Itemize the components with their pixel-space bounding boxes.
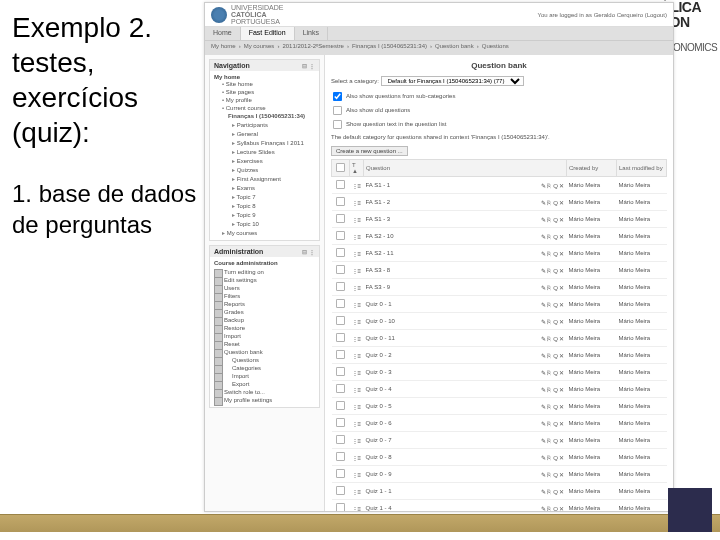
question-name[interactable]: FA S1 - 1 ✎ ⎘ Q ✕ xyxy=(364,177,567,194)
question-name[interactable]: FA S2 - 11 ✎ ⎘ Q ✕ xyxy=(364,245,567,262)
row-actions[interactable]: ✎ ⎘ Q ✕ xyxy=(541,199,565,206)
nav-section[interactable]: Topic 8 xyxy=(214,201,315,210)
tab-home[interactable]: Home xyxy=(205,27,241,40)
admin-item[interactable]: Users xyxy=(214,284,315,292)
row-checkbox[interactable] xyxy=(335,486,344,495)
login-status[interactable]: You are logged in as Geraldo Cerqueiro (… xyxy=(537,12,667,18)
row-checkbox[interactable] xyxy=(335,231,344,240)
row-actions[interactable]: ✎ ⎘ Q ✕ xyxy=(541,420,565,427)
row-actions[interactable]: ✎ ⎘ Q ✕ xyxy=(541,403,565,410)
crumb-item[interactable]: Finanças I (1504065231:34) xyxy=(352,43,427,53)
nav-section[interactable]: Participants xyxy=(214,120,315,129)
row-checkbox[interactable] xyxy=(335,503,344,511)
question-name[interactable]: Quiz 1 - 1 ✎ ⎘ Q ✕ xyxy=(364,483,567,500)
nav-item[interactable]: My profile xyxy=(214,96,315,104)
row-checkbox[interactable] xyxy=(335,180,344,189)
admin-item[interactable]: Restore xyxy=(214,324,315,332)
question-name[interactable]: Quiz 0 - 9 ✎ ⎘ Q ✕ xyxy=(364,466,567,483)
question-name[interactable]: FA S1 - 3 ✎ ⎘ Q ✕ xyxy=(364,211,567,228)
question-name[interactable]: Quiz 1 - 4 ✎ ⎘ Q ✕ xyxy=(364,500,567,512)
th-type[interactable]: T ▲ xyxy=(350,160,364,177)
chk-show-text[interactable] xyxy=(333,120,342,129)
nav-section[interactable]: General xyxy=(214,129,315,138)
crumb-item[interactable]: My home xyxy=(211,43,236,53)
row-actions[interactable]: ✎ ⎘ Q ✕ xyxy=(541,318,565,325)
nav-section[interactable]: Topic 7 xyxy=(214,192,315,201)
question-name[interactable]: Quiz 0 - 8 ✎ ⎘ Q ✕ xyxy=(364,449,567,466)
tab-fast-edition[interactable]: Fast Edition xyxy=(241,27,295,40)
category-select[interactable]: Default for Finanças I (1504065231:34) (… xyxy=(381,76,524,86)
row-actions[interactable]: ✎ ⎘ Q ✕ xyxy=(541,386,565,393)
admin-qbank-item[interactable]: Import xyxy=(214,372,315,380)
nav-section[interactable]: Lecture Slides xyxy=(214,147,315,156)
row-checkbox[interactable] xyxy=(335,367,344,376)
row-checkbox[interactable] xyxy=(335,350,344,359)
admin-item[interactable]: Backup xyxy=(214,316,315,324)
admin-extra[interactable]: Switch role to... xyxy=(214,388,315,396)
admin-item[interactable]: Import xyxy=(214,332,315,340)
row-checkbox[interactable] xyxy=(335,452,344,461)
row-actions[interactable]: ✎ ⎘ Q ✕ xyxy=(541,369,565,376)
row-checkbox[interactable] xyxy=(335,384,344,393)
th-modified[interactable]: Last modified by xyxy=(617,160,667,177)
admin-item[interactable]: Grades xyxy=(214,308,315,316)
crumb-item[interactable]: Questions xyxy=(482,43,509,53)
th-question[interactable]: Question xyxy=(364,160,567,177)
row-checkbox[interactable] xyxy=(335,282,344,291)
row-checkbox[interactable] xyxy=(335,197,344,206)
question-name[interactable]: Quiz 0 - 7 ✎ ⎘ Q ✕ xyxy=(364,432,567,449)
admin-qbank-item[interactable]: Questions xyxy=(214,356,315,364)
nav-section[interactable]: Topic 10 xyxy=(214,219,315,228)
question-name[interactable]: Quiz 0 - 5 ✎ ⎘ Q ✕ xyxy=(364,398,567,415)
row-actions[interactable]: ✎ ⎘ Q ✕ xyxy=(541,284,565,291)
nav-course[interactable]: Finanças I (1504065231:34) xyxy=(214,112,315,120)
question-name[interactable]: FA S1 - 2 ✎ ⎘ Q ✕ xyxy=(364,194,567,211)
row-actions[interactable]: ✎ ⎘ Q ✕ xyxy=(541,182,565,189)
row-checkbox[interactable] xyxy=(335,418,344,427)
row-actions[interactable]: ✎ ⎘ Q ✕ xyxy=(541,301,565,308)
row-checkbox[interactable] xyxy=(335,469,344,478)
tab-links[interactable]: Links xyxy=(295,27,328,40)
new-question-button[interactable]: Create a new question ... xyxy=(331,146,408,156)
row-checkbox[interactable] xyxy=(335,248,344,257)
question-name[interactable]: Quiz 0 - 11 ✎ ⎘ Q ✕ xyxy=(364,330,567,347)
nav-section[interactable]: Topic 9 xyxy=(214,210,315,219)
question-name[interactable]: Quiz 0 - 4 ✎ ⎘ Q ✕ xyxy=(364,381,567,398)
collapse-icon[interactable]: ⊟ ⋮ xyxy=(302,248,315,255)
nav-item[interactable]: Site pages xyxy=(214,88,315,96)
admin-qbank[interactable]: Question bank xyxy=(214,348,315,356)
question-name[interactable]: Quiz 0 - 3 ✎ ⎘ Q ✕ xyxy=(364,364,567,381)
question-name[interactable]: Quiz 0 - 2 ✎ ⎘ Q ✕ xyxy=(364,347,567,364)
collapse-icon[interactable]: ⊟ ⋮ xyxy=(302,62,315,69)
admin-head[interactable]: Course administration xyxy=(214,260,315,266)
crumb-item[interactable]: My courses xyxy=(244,43,275,53)
row-actions[interactable]: ✎ ⎘ Q ✕ xyxy=(541,454,565,461)
row-checkbox[interactable] xyxy=(335,401,344,410)
row-checkbox[interactable] xyxy=(335,435,344,444)
nav-item[interactable]: Current course xyxy=(214,104,315,112)
nav-section[interactable]: Quizzes xyxy=(214,165,315,174)
question-name[interactable]: Quiz 0 - 10 ✎ ⎘ Q ✕ xyxy=(364,313,567,330)
row-actions[interactable]: ✎ ⎘ Q ✕ xyxy=(541,437,565,444)
row-actions[interactable]: ✎ ⎘ Q ✕ xyxy=(541,471,565,478)
row-actions[interactable]: ✎ ⎘ Q ✕ xyxy=(541,505,565,512)
row-checkbox[interactable] xyxy=(335,333,344,342)
row-checkbox[interactable] xyxy=(335,214,344,223)
row-checkbox[interactable] xyxy=(335,265,344,274)
question-name[interactable]: Quiz 0 - 1 ✎ ⎘ Q ✕ xyxy=(364,296,567,313)
nav-section[interactable]: Syllabus Finanças I 2011 xyxy=(214,138,315,147)
question-name[interactable]: FA S3 - 8 ✎ ⎘ Q ✕ xyxy=(364,262,567,279)
question-name[interactable]: FA S2 - 10 ✎ ⎘ Q ✕ xyxy=(364,228,567,245)
row-checkbox[interactable] xyxy=(335,316,344,325)
nav-section[interactable]: Exercises xyxy=(214,156,315,165)
admin-item[interactable]: Reset xyxy=(214,340,315,348)
admin-qbank-item[interactable]: Export xyxy=(214,380,315,388)
row-actions[interactable]: ✎ ⎘ Q ✕ xyxy=(541,250,565,257)
admin-item[interactable]: Reports xyxy=(214,300,315,308)
row-actions[interactable]: ✎ ⎘ Q ✕ xyxy=(541,216,565,223)
question-name[interactable]: Quiz 0 - 6 ✎ ⎘ Q ✕ xyxy=(364,415,567,432)
th-checkbox[interactable] xyxy=(332,160,350,177)
nav-section[interactable]: Exams xyxy=(214,183,315,192)
nav-item[interactable]: Site home xyxy=(214,80,315,88)
admin-item[interactable]: Filters xyxy=(214,292,315,300)
